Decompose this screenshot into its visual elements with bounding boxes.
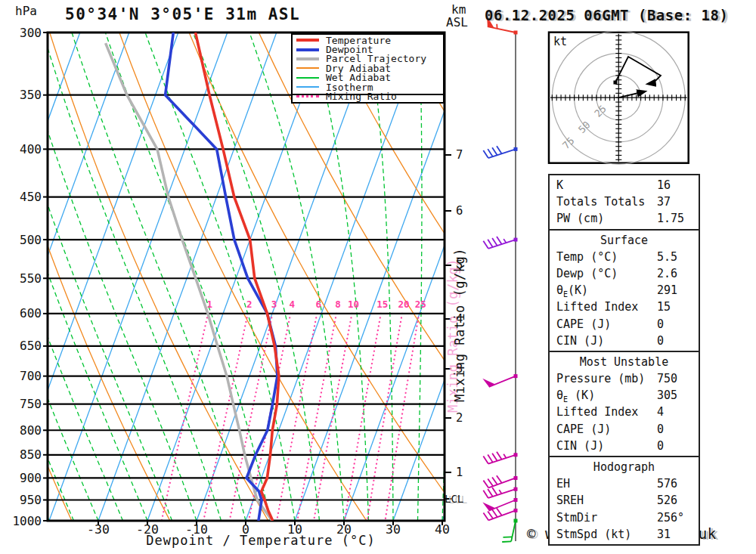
svg-text:25: 25 xyxy=(415,299,426,310)
stat-label: SREH xyxy=(556,494,584,507)
mixing-ratio-axis-label: Mixing Ratio (g/kg) xyxy=(452,248,467,402)
svg-text:650: 650 xyxy=(20,339,42,353)
parcel-trajectory-curve xyxy=(106,43,273,521)
stat-row: K16 xyxy=(556,177,699,193)
svg-text:6: 6 xyxy=(316,299,322,310)
stat-label: Pressure (mb) xyxy=(556,372,645,385)
svg-text:850: 850 xyxy=(20,447,42,462)
legend-label: Mixing Ratio xyxy=(326,91,397,102)
svg-text:1: 1 xyxy=(206,299,212,310)
section-title: Surface xyxy=(556,232,699,249)
stat-label: CAPE (J) xyxy=(556,422,611,436)
wet-adiabat-line-swatch xyxy=(296,77,319,79)
stat-label: Temp (°C) xyxy=(556,250,618,264)
stat-label: CAPE (J) xyxy=(556,317,611,331)
stat-label: Totals Totals xyxy=(556,195,645,209)
svg-text:600: 600 xyxy=(20,306,42,320)
stat-value: 5.5 xyxy=(657,249,677,265)
svg-text:10: 10 xyxy=(348,299,359,310)
stat-value: 576 xyxy=(657,475,677,492)
lcl-marker-label: LCL xyxy=(445,493,463,505)
svg-text:6: 6 xyxy=(456,204,463,218)
stat-value: 0 xyxy=(657,421,664,438)
section-title: Hodograph xyxy=(556,459,699,475)
stat-value: 0 xyxy=(657,316,664,333)
most-unstable-section: Most Unstable Pressure (mb)750 θE (K)305… xyxy=(548,351,700,457)
stat-label: Lifted Index xyxy=(556,300,638,314)
svg-text:800: 800 xyxy=(20,423,42,438)
stat-row: EH576 xyxy=(556,475,699,492)
stat-row: Pressure (mb)750 xyxy=(556,370,699,387)
stat-label: EH xyxy=(556,477,570,491)
section-title: Most Unstable xyxy=(556,354,699,370)
temperature-axis-label: Dewpoint / Temperature (°C) xyxy=(132,533,389,548)
stat-row: CAPE (J)0 xyxy=(556,316,699,333)
svg-text:1: 1 xyxy=(456,466,463,479)
svg-text:450: 450 xyxy=(20,190,42,204)
stat-label: Lifted Index xyxy=(556,405,638,419)
stat-row: Lifted Index4 xyxy=(556,404,699,420)
stat-label: PW (cm) xyxy=(556,212,604,225)
stat-row: SREH526 xyxy=(556,492,699,509)
stat-value: 16 xyxy=(657,177,671,193)
gridline-over-legend xyxy=(292,94,443,95)
stat-row: Temp (°C)5.5 xyxy=(556,249,699,265)
stat-row: Lifted Index15 xyxy=(556,299,699,315)
svg-text:900: 900 xyxy=(20,471,42,485)
hodograph-stats-section: Hodograph EH576 SREH526 StmDir256° StmSp… xyxy=(548,456,700,546)
temperature-line-swatch xyxy=(296,39,319,42)
sounding-curves xyxy=(106,32,279,521)
stat-row: PW (cm)1.75 xyxy=(556,210,699,227)
stat-label: StmSpd (kt) xyxy=(556,528,631,541)
stat-row: CAPE (J)0 xyxy=(556,421,699,438)
temperature-curve xyxy=(196,32,279,521)
svg-text:2: 2 xyxy=(456,411,463,425)
svg-text:4: 4 xyxy=(290,299,296,310)
svg-text:950: 950 xyxy=(20,493,42,507)
stat-label: StmDir xyxy=(556,511,597,525)
stats-panel: K16 Totals Totals37 PW (cm)1.75 Surface … xyxy=(548,175,700,546)
pressure-axis-unit: hPa xyxy=(15,4,37,18)
indices-section: K16 Totals Totals37 PW (cm)1.75 xyxy=(548,174,700,231)
stat-value: 31 xyxy=(657,526,671,543)
svg-text:350: 350 xyxy=(20,88,42,102)
stat-label: Dewp (°C) xyxy=(556,267,618,280)
svg-text:2: 2 xyxy=(246,299,253,310)
stat-row: θE (K)305 xyxy=(556,387,699,404)
stat-value: 0 xyxy=(657,438,664,454)
dewpoint-line-swatch xyxy=(296,48,319,51)
station-title: 50°34'N 3°05'E 31m ASL xyxy=(65,5,300,23)
stat-value: 750 xyxy=(657,370,677,387)
stat-row: StmDir256° xyxy=(556,509,699,526)
svg-text:-30: -30 xyxy=(87,522,110,537)
svg-text:3: 3 xyxy=(271,299,277,310)
altitude-axis-unit-asl: ASL xyxy=(446,15,468,29)
svg-text:8: 8 xyxy=(335,299,341,310)
sounding-page: 1234681015202530035040045050055060065070… xyxy=(0,0,756,554)
stat-row: θE(K)291 xyxy=(556,282,699,299)
svg-text:1000: 1000 xyxy=(12,514,42,528)
stat-value: 15 xyxy=(657,299,671,315)
stat-label: CIN (J) xyxy=(556,334,604,348)
svg-text:300: 300 xyxy=(20,26,42,40)
stat-value: 37 xyxy=(657,193,671,210)
svg-text:750: 750 xyxy=(20,397,42,411)
stat-value: 256° xyxy=(657,509,684,526)
stat-row: StmSpd (kt)31 xyxy=(556,526,699,543)
isotherm-line-swatch xyxy=(296,86,319,88)
run-datetime: 06.12.2025 06GMT (Base: 18) xyxy=(485,7,728,23)
stat-value: 2.6 xyxy=(657,265,677,282)
stat-row: Dewp (°C)2.6 xyxy=(556,265,699,282)
svg-text:500: 500 xyxy=(20,233,42,247)
svg-text:40: 40 xyxy=(435,522,450,537)
stat-row: CIN (J)0 xyxy=(556,438,699,454)
stat-value: 291 xyxy=(657,282,677,299)
stat-label: K xyxy=(556,178,563,192)
hodograph-unit-label: kt xyxy=(553,35,567,48)
stat-value: 526 xyxy=(657,492,677,509)
mixing-ratio-line-swatch xyxy=(296,95,319,97)
surface-section: Surface Temp (°C)5.5 Dewp (°C)2.6 θE(K)2… xyxy=(548,229,700,352)
svg-text:20: 20 xyxy=(398,299,409,310)
stat-value: 0 xyxy=(657,333,664,349)
svg-text:15: 15 xyxy=(376,299,388,310)
